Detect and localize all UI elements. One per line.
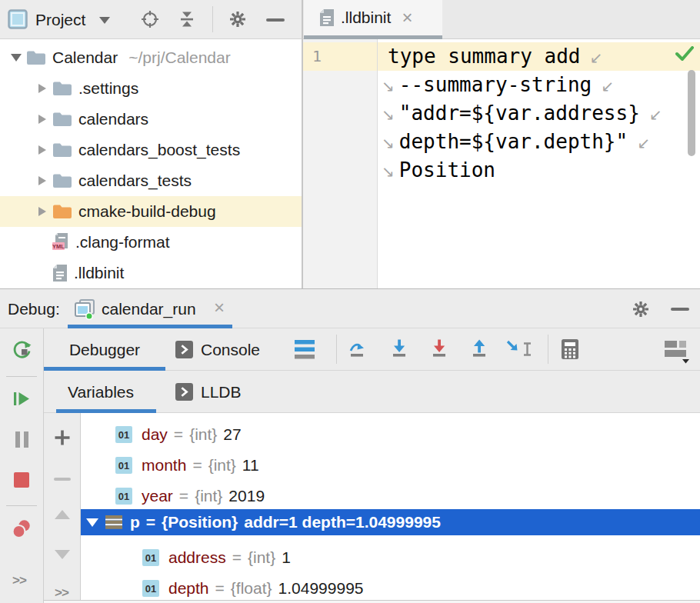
code-line: type summary add↙ <box>388 42 602 71</box>
toolbar-separator <box>6 505 37 506</box>
hide-panel-icon[interactable] <box>266 18 285 22</box>
tree-item-lldbinit[interactable]: .lldbinit <box>0 258 302 288</box>
move-up-icon[interactable] <box>55 510 70 519</box>
editor-tab-lldbinit[interactable]: .lldbinit × <box>304 0 442 35</box>
soft-wrap-icon: ↘ <box>382 77 395 95</box>
locate-target-icon[interactable] <box>140 9 160 29</box>
chevron-right-icon[interactable] <box>38 115 46 124</box>
tab-debugger[interactable]: Debugger <box>44 328 165 371</box>
chevron-right-icon[interactable] <box>38 84 46 93</box>
toolbar-separator <box>6 376 37 377</box>
tree-item-calendars-boost-tests[interactable]: calendars_boost_tests <box>0 135 302 165</box>
layout-settings-icon[interactable] <box>663 336 692 365</box>
tree-item-label: .lldbinit <box>74 264 124 282</box>
editor-tabbar: .lldbinit × <box>302 0 700 39</box>
project-toolbar: Project <box>0 0 302 39</box>
tree-item-calendar-root[interactable]: Calendar ~/prj/Calendar <box>0 42 302 73</box>
soft-wrap-icon: ↙ <box>649 105 662 124</box>
remove-watch-icon[interactable] <box>54 478 71 481</box>
more-actions-icon[interactable]: >> <box>12 573 26 588</box>
text-file-icon <box>52 264 68 282</box>
chevron-down-icon[interactable] <box>99 17 110 24</box>
folder-icon <box>52 81 72 96</box>
folder-icon <box>52 173 72 188</box>
variable-row-p-selected[interactable]: p = {Position} addr=1 depth=1.04999995 <box>81 509 700 535</box>
variable-row-year[interactable]: 01 year = {int} 2019 <box>81 481 700 511</box>
close-tab-icon[interactable]: × <box>402 8 412 27</box>
hide-panel-icon[interactable] <box>671 308 689 311</box>
chevron-right-icon[interactable] <box>38 176 46 185</box>
ide-window: Project .lldbinit <box>0 0 700 603</box>
debug-main: Debugger Console <box>44 328 700 603</box>
tab-console[interactable]: Console <box>165 328 277 371</box>
tree-item-cmake-build-debug[interactable]: cmake-build-debug <box>0 196 302 227</box>
evaluate-expression-icon[interactable] <box>558 338 582 361</box>
run-to-cursor-icon[interactable] <box>504 338 535 361</box>
tab-lldb[interactable]: LLDB <box>158 371 265 413</box>
variable-row-depth[interactable]: 01 depth = {float} 1.04999995 <box>81 573 700 603</box>
variables-tabs-row: Variables LLDB <box>44 371 700 413</box>
debugger-tabs-row: Debugger Console <box>44 328 700 371</box>
tree-item-settings[interactable]: .settings <box>0 73 302 104</box>
step-out-icon[interactable] <box>468 338 492 361</box>
gutter-border <box>377 39 378 288</box>
collapse-arrow-icon[interactable] <box>86 518 98 527</box>
collapse-all-icon[interactable] <box>177 9 197 29</box>
soft-wrap-icon: ↙ <box>601 77 614 95</box>
show-frames-icon[interactable] <box>294 339 315 360</box>
resume-icon[interactable] <box>12 388 32 409</box>
variables-body: >> 01 day = {int} 27 01 month <box>44 413 700 603</box>
text-file-icon <box>319 8 335 27</box>
primitive-value-icon: 01 <box>115 426 132 443</box>
debug-header: Debug: calendar_run × <box>0 290 700 328</box>
struct-value-icon <box>105 515 122 529</box>
pause-icon[interactable] <box>13 430 31 449</box>
move-down-icon[interactable] <box>55 550 70 559</box>
add-watch-icon[interactable] <box>53 428 72 447</box>
view-breakpoints-icon[interactable] <box>10 518 33 541</box>
more-actions-icon[interactable]: >> <box>55 585 68 601</box>
soft-wrap-icon: ↘ <box>382 134 395 152</box>
editor-pane[interactable]: 1 type summary add↙ ↘--summary-string↙ ↘… <box>302 39 700 288</box>
primitive-value-icon: 01 <box>142 549 159 566</box>
force-step-into-icon[interactable] <box>428 338 452 361</box>
soft-wrap-icon: ↙ <box>637 134 650 152</box>
step-over-icon[interactable] <box>348 338 371 361</box>
watches-toolbar: >> <box>44 413 81 603</box>
variable-row-day[interactable]: 01 day = {int} 27 <box>81 419 700 450</box>
tree-item-calendars-tests[interactable]: calendars_tests <box>0 165 302 196</box>
project-pane-icon <box>8 9 28 29</box>
soft-wrap-icon: ↘ <box>382 162 395 181</box>
tree-item-label: calendars_boost_tests <box>78 141 240 159</box>
tree-item-clang-format[interactable]: YML .clang-format <box>0 227 302 258</box>
excluded-folder-icon <box>52 204 72 219</box>
project-path: ~/prj/Calendar <box>128 48 231 67</box>
line-number: 1 <box>312 42 322 71</box>
session-tab-label: calendar_run <box>102 290 196 328</box>
settings-gear-icon[interactable] <box>631 299 651 319</box>
primitive-value-icon: 01 <box>115 457 132 474</box>
code-line: ↘--summary-string↙ <box>382 71 614 99</box>
tree-item-calendars[interactable]: calendars <box>0 104 302 135</box>
variable-row-address[interactable]: 01 address = {int} 1 <box>81 542 700 573</box>
chevron-right-icon[interactable] <box>38 207 46 216</box>
chevron-down-icon[interactable] <box>11 54 22 62</box>
folder-icon <box>52 142 72 158</box>
settings-gear-icon[interactable] <box>228 9 248 29</box>
rerun-icon[interactable] <box>12 339 32 360</box>
code-line: ↘Position <box>382 156 495 185</box>
project-tree: Calendar ~/prj/Calendar .settings calend… <box>0 39 302 288</box>
chevron-right-icon[interactable] <box>38 145 46 155</box>
editor-scrollbar[interactable] <box>688 70 695 156</box>
debug-session-tab[interactable]: calendar_run × <box>68 290 232 328</box>
project-pane-title[interactable]: Project <box>35 0 85 39</box>
inspections-ok-icon[interactable] <box>675 46 694 62</box>
variable-row-month[interactable]: 01 month = {int} 11 <box>81 450 700 481</box>
stop-icon[interactable] <box>13 471 30 488</box>
step-into-icon[interactable] <box>388 338 412 361</box>
tab-variables[interactable]: Variables <box>44 371 158 413</box>
close-session-icon[interactable]: × <box>214 298 225 317</box>
tree-item-label: .clang-format <box>75 233 170 252</box>
yml-badge: YML <box>52 243 65 250</box>
tree-item-label: cmake-build-debug <box>78 202 216 221</box>
